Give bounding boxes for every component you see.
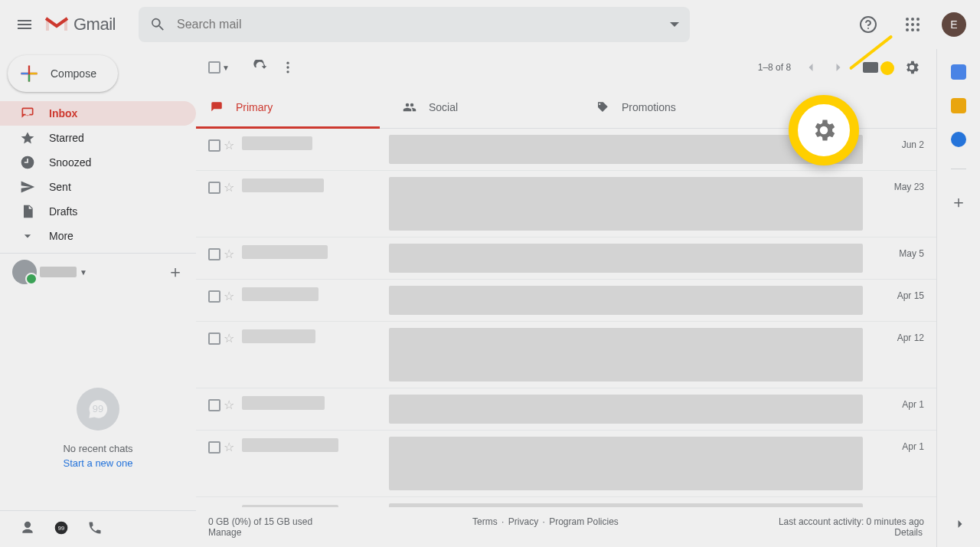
sidebar: Compose Inbox Starred Snoozed Sent Draft… xyxy=(0,49,196,547)
compose-button[interactable]: Compose xyxy=(8,55,118,92)
search-bar[interactable] xyxy=(139,7,690,42)
tab-social[interactable]: Social xyxy=(389,86,582,128)
nav-snoozed[interactable]: Snoozed xyxy=(0,150,196,175)
hangouts-presence[interactable] xyxy=(12,260,37,284)
row-star[interactable]: ☆ xyxy=(224,135,242,152)
hangouts-contacts-button[interactable] xyxy=(20,520,35,539)
get-addons-button[interactable]: ＋ xyxy=(950,191,967,214)
row-sender-redacted xyxy=(242,395,380,410)
hangouts-phone-button[interactable] xyxy=(87,520,103,539)
svg-point-8 xyxy=(906,28,909,31)
row-star[interactable]: ☆ xyxy=(224,244,242,261)
row-checkbox[interactable] xyxy=(208,328,224,348)
activity-details-link[interactable]: Details xyxy=(894,527,923,538)
mail-row[interactable]: ☆May 5 xyxy=(196,237,936,280)
privacy-link[interactable]: Privacy xyxy=(508,516,538,527)
side-panel-toggle[interactable] xyxy=(952,516,968,535)
row-date: Apr 12 xyxy=(878,328,924,343)
nav-label: Drafts xyxy=(49,205,77,218)
mail-list: ☆Jun 2☆May 23☆May 5☆Apr 15☆Apr 12☆Apr 1☆… xyxy=(196,129,936,507)
hangouts-empty-text: No recent chats xyxy=(63,443,132,454)
new-conversation-button[interactable]: ＋ xyxy=(167,260,184,283)
nav-starred[interactable]: Starred xyxy=(0,126,196,150)
svg-point-10 xyxy=(916,28,920,31)
support-button[interactable] xyxy=(853,9,884,40)
hangouts-empty: 99 No recent chats Start a new one xyxy=(0,284,196,510)
account-avatar[interactable]: E xyxy=(942,12,966,37)
gear-icon xyxy=(903,59,920,76)
star-icon xyxy=(20,130,35,146)
select-all[interactable]: ▼ xyxy=(208,61,230,74)
chevron-left-icon xyxy=(803,60,818,75)
gmail-logo[interactable]: Gmail xyxy=(44,15,116,34)
row-checkbox[interactable] xyxy=(208,177,224,197)
tasks-app-icon[interactable] xyxy=(951,132,966,147)
apps-grid-icon xyxy=(905,17,920,32)
row-star[interactable]: ☆ xyxy=(224,328,242,346)
inbox-icon xyxy=(20,106,35,121)
row-star[interactable]: ☆ xyxy=(224,177,242,195)
row-snippet-redacted xyxy=(380,177,878,237)
row-checkbox[interactable] xyxy=(208,244,224,264)
main-menu-button[interactable] xyxy=(6,6,43,43)
panel-divider xyxy=(951,169,966,169)
annotation-dot xyxy=(880,61,894,75)
footer-activity: Last account activity: 0 minutes ago Det… xyxy=(779,516,924,538)
tab-primary[interactable]: Primary xyxy=(196,86,389,128)
manage-storage-link[interactable]: Manage xyxy=(208,527,241,538)
svg-point-6 xyxy=(911,23,914,26)
row-sender-redacted xyxy=(242,177,380,192)
chevron-right-icon xyxy=(831,60,846,75)
mail-row[interactable]: ☆Apr 1 xyxy=(196,388,936,431)
search-input[interactable] xyxy=(177,18,659,31)
policies-link[interactable]: Program Policies xyxy=(549,516,619,527)
annotation-highlight xyxy=(789,95,859,165)
search-options-icon[interactable] xyxy=(670,20,679,29)
svg-point-3 xyxy=(911,18,914,21)
row-checkbox[interactable] xyxy=(208,135,224,155)
send-icon xyxy=(20,179,35,195)
nav-sent[interactable]: Sent xyxy=(0,175,196,199)
row-date: Jun 2 xyxy=(878,135,924,150)
next-page-button[interactable] xyxy=(826,55,851,80)
pagination-count: 1–8 of 8 xyxy=(758,62,791,73)
mail-row[interactable]: ☆May 23 xyxy=(196,171,936,237)
mail-row[interactable]: ☆Apr 15 xyxy=(196,280,936,322)
mail-row[interactable]: ☆Apr 12 xyxy=(196,322,936,388)
calendar-app-icon[interactable] xyxy=(951,64,966,80)
nav-drafts[interactable]: Drafts xyxy=(0,199,196,224)
google-apps-button[interactable] xyxy=(897,9,928,40)
chevron-down-icon[interactable]: ▼ xyxy=(222,64,230,72)
refresh-button[interactable] xyxy=(248,55,273,80)
row-star[interactable]: ☆ xyxy=(224,395,242,412)
prev-page-button[interactable] xyxy=(799,55,823,80)
row-star[interactable]: ☆ xyxy=(224,286,242,303)
row-checkbox[interactable] xyxy=(208,437,224,457)
row-checkbox[interactable] xyxy=(208,395,224,414)
mail-row[interactable]: ☆Apr 1 xyxy=(196,431,936,497)
row-snippet-redacted xyxy=(380,395,878,430)
svg-point-16 xyxy=(286,70,289,73)
header: Gmail E xyxy=(0,0,980,49)
settings-button[interactable] xyxy=(900,55,924,80)
keep-app-icon[interactable] xyxy=(951,98,966,113)
help-icon xyxy=(859,15,877,34)
nav-more[interactable]: More xyxy=(0,224,196,248)
nav-inbox[interactable]: Inbox xyxy=(0,101,196,126)
row-sender-redacted xyxy=(242,244,380,259)
tab-label: Promotions xyxy=(622,101,676,113)
gmail-logo-text: Gmail xyxy=(74,15,116,34)
mail-row[interactable]: ☆Mar 22 xyxy=(196,497,936,507)
row-checkbox[interactable] xyxy=(208,286,224,306)
hangouts-conversations-button[interactable]: 99 xyxy=(54,520,69,539)
tab-label: Primary xyxy=(236,101,273,113)
row-star[interactable]: ☆ xyxy=(224,437,242,454)
more-button[interactable] xyxy=(276,55,300,80)
terms-link[interactable]: Terms xyxy=(472,516,498,527)
chevron-down-icon[interactable]: ▼ xyxy=(80,268,87,277)
hangouts-start-new-link[interactable]: Start a new one xyxy=(63,457,132,469)
sidebar-footer: 99 xyxy=(0,510,196,547)
gmail-icon xyxy=(44,15,69,34)
toolbar: ▼ 1–8 of 8 ▼ xyxy=(196,49,936,86)
tab-promotions[interactable]: Promotions xyxy=(582,86,775,128)
